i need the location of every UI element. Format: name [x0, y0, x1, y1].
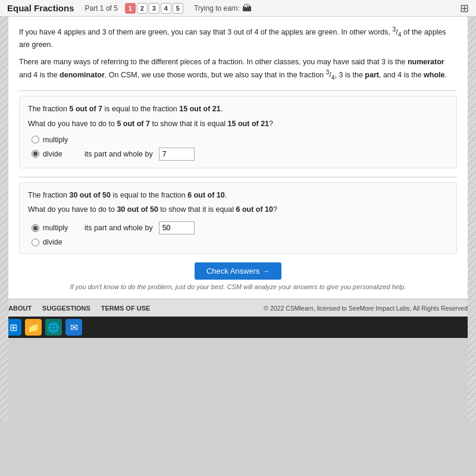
q2-radio-multiply[interactable]: [32, 224, 39, 232]
fraction-sub-1: 4: [398, 32, 402, 38]
q2-frac-a: 30 out of 50: [69, 191, 110, 199]
fraction-sub-2: 4: [331, 74, 335, 80]
content-wrapper: If you have 4 apples and 3 of them are g…: [8, 17, 468, 299]
q2-radio-group: multiply its part and whole by divide: [32, 221, 448, 246]
q1-answer-input[interactable]: [159, 148, 195, 161]
q1-divide-label: divide: [43, 150, 79, 158]
q2-sub-end: 6 out of 10: [236, 205, 274, 214]
q1-multiply-label: multiply: [43, 136, 79, 144]
trying-to-earn-label: Trying to earn:: [194, 4, 240, 12]
q2-multiply-label: multiply: [43, 224, 79, 232]
q1-radio-divide[interactable]: [32, 150, 39, 158]
q1-sub-question: What do you have to do to 5 out of 7 to …: [28, 118, 448, 130]
q1-statement: The fraction 5 out of 7 is equal to the …: [28, 104, 448, 115]
hint-text: If you don't know to do the problem, jus…: [70, 283, 406, 290]
badge-shape: 🏔: [242, 3, 252, 14]
q1-option-divide-row: divide its part and whole by: [32, 148, 448, 161]
q1-sub-frac: 5 out of 7: [117, 120, 150, 128]
q2-statement: The fraction 30 out of 50 is equal to th…: [28, 190, 448, 201]
part-label: Part 1 of 5: [85, 4, 118, 12]
fraction-superscript-2: 3: [326, 69, 330, 76]
about-link[interactable]: ABOUT: [8, 305, 32, 312]
copyright-text: © 2022 CSMlearn, licensed to SeeMore Imp…: [264, 305, 468, 312]
bubble-3[interactable]: 3: [149, 3, 159, 14]
intro-paragraph-1: If you have 4 apples and 3 of them are g…: [19, 25, 457, 51]
left-pattern: [0, 17, 8, 421]
q1-frac-b: 15 out of 21: [179, 105, 220, 113]
intro-paragraph-2: There are many ways of referring to the …: [19, 57, 457, 82]
bubble-2[interactable]: 2: [137, 3, 148, 14]
numerator-word: numerator: [408, 58, 444, 66]
check-answers-button[interactable]: Check Answers →: [195, 262, 281, 280]
terms-link[interactable]: TERMS OF USE: [101, 305, 151, 312]
taskbar-folder-icon[interactable]: 📁: [25, 319, 42, 336]
q1-radio-group: multiply divide its part and whole by: [32, 136, 448, 161]
q2-answer-input[interactable]: [159, 221, 195, 234]
q2-divide-label: divide: [43, 238, 79, 246]
q2-radio-divide[interactable]: [32, 239, 39, 246]
taskbar-edge-icon[interactable]: 🌐: [45, 319, 62, 336]
question-block-1: The fraction 5 out of 7 is equal to the …: [19, 96, 457, 168]
taskbar-mail-icon[interactable]: ✉: [65, 319, 82, 336]
suggestions-link[interactable]: SUGGESTIONS: [42, 305, 90, 312]
trying-to-earn: Trying to earn: 🏔: [194, 3, 252, 14]
q2-sub-question: What do you have to do to 30 out of 50 t…: [28, 204, 448, 215]
q2-option-multiply-row: multiply its part and whole by: [32, 221, 448, 234]
right-pattern: [468, 17, 476, 421]
bubble-5[interactable]: 5: [173, 3, 183, 14]
main-content: If you have 4 apples and 3 of them are g…: [8, 17, 468, 299]
footer: ABOUT SUGGESTIONS TERMS OF USE © 2022 CS…: [0, 299, 476, 317]
q1-sub-end: 15 out of 21: [228, 120, 269, 128]
divider-1: [19, 90, 457, 91]
q2-option-divide-row: divide: [32, 238, 448, 246]
taskbar: ⊞ 📁 🌐 ✉: [0, 317, 476, 338]
question-block-2: The fraction 30 out of 50 is equal to th…: [19, 182, 457, 255]
whole-word: whole: [424, 71, 444, 79]
q2-frac-b: 6 out of 10: [187, 191, 225, 199]
divider-2: [19, 177, 457, 177]
part-word: part: [365, 71, 379, 79]
grid-icon[interactable]: ⊞: [460, 2, 469, 15]
denominator-word: denominator: [60, 71, 105, 79]
q1-radio-multiply[interactable]: [32, 136, 39, 143]
q1-frac-a: 5 out of 7: [69, 105, 102, 113]
q2-part-whole-label: its part and whole by: [84, 224, 153, 232]
page-bubbles: 1 2 3 4 5: [125, 3, 183, 14]
q2-sub-frac: 30 out of 50: [117, 205, 158, 214]
header: Equal Fractions Part 1 of 5 1 2 3 4 5 Tr…: [0, 0, 476, 17]
check-btn-row: Check Answers → If you don't know to do …: [19, 262, 457, 290]
page-title: Equal Fractions: [7, 3, 74, 13]
bubble-1[interactable]: 1: [125, 3, 136, 14]
q1-option-multiply-row: multiply: [32, 136, 448, 144]
q1-part-whole-label: its part and whole by: [84, 150, 153, 158]
fraction-superscript-1: 3: [392, 26, 396, 33]
bubble-4[interactable]: 4: [161, 3, 171, 14]
